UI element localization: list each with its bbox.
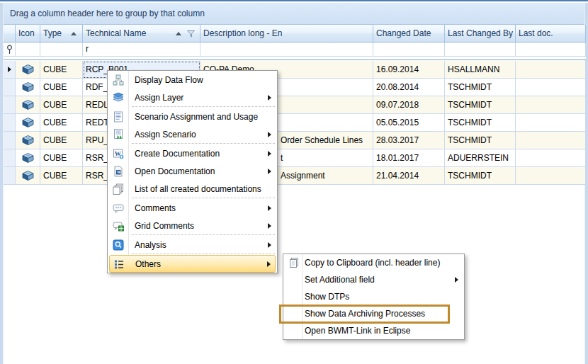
table-row[interactable]: CUBE RPU_B Order Schedule Lines 28.03.20… — [4, 132, 586, 149]
row-icon-cell[interactable] — [16, 61, 40, 79]
last-doc-cell[interactable] — [516, 79, 586, 96]
row-indicator-cell[interactable] — [4, 114, 16, 132]
header-last-doc[interactable]: Last doc. — [516, 25, 586, 42]
changed-date-cell[interactable]: 28.03.2017 — [373, 132, 445, 149]
data-rows: CUBE RCP_B001 CO-PA Demo 16.09.2014 HSAL… — [4, 61, 586, 185]
last-doc-cell[interactable] — [516, 132, 586, 149]
row-indicator-cell[interactable] — [4, 167, 16, 185]
changed-date-cell[interactable]: 20.08.2014 — [373, 79, 445, 96]
changed-date-cell[interactable]: 16.09.2014 — [373, 61, 445, 79]
row-icon-cell[interactable] — [16, 114, 40, 132]
row-indicator-cell[interactable] — [4, 79, 16, 96]
row-indicator-cell[interactable] — [4, 61, 16, 79]
row-icon-cell[interactable] — [16, 167, 40, 185]
last-changed-by-cell[interactable]: TSCHMIDT — [445, 167, 516, 185]
menu-item-grid-comments[interactable]: Grid Comments — [108, 217, 277, 234]
header-type-label: Type — [43, 28, 62, 38]
last-changed-by-cell[interactable]: TSCHMIDT — [445, 114, 516, 132]
last-doc-cell[interactable] — [516, 149, 586, 167]
last-changed-by-cell[interactable]: TSCHMIDT — [445, 79, 516, 96]
last-changed-by-cell[interactable]: TSCHMIDT — [445, 96, 516, 114]
menu-item-show-dtps[interactable]: Show DTPs — [283, 288, 464, 305]
menu-item-set-additional-field[interactable]: Set Additional field — [283, 271, 464, 288]
type-cell[interactable]: CUBE — [40, 79, 83, 96]
menu-item-label: Analysis — [135, 240, 166, 250]
row-indicator-cell[interactable] — [4, 149, 16, 167]
type-cell[interactable]: CUBE — [40, 167, 83, 185]
header-technical-name[interactable]: Technical Name — [83, 25, 200, 42]
table-row[interactable]: CUBE RSR_B Assignment 21.04.2014 TSCHMID… — [4, 167, 586, 185]
row-icon-cell[interactable] — [16, 79, 40, 96]
cube-icon — [22, 82, 34, 92]
row-icon-cell[interactable] — [16, 96, 40, 114]
submenu-arrow-icon — [455, 277, 458, 283]
row-icon-cell[interactable] — [16, 132, 40, 149]
last-changed-by-cell[interactable]: ADUERRSTEIN — [445, 149, 516, 167]
filter-description-cell[interactable] — [200, 42, 373, 57]
last-doc-cell[interactable] — [516, 61, 586, 79]
table-row[interactable]: CUBE RDF_C 20.08.2014 TSCHMIDT — [4, 79, 586, 96]
table-row[interactable]: CUBE RSR_B t 18.01.2017 ADUERRSTEIN — [4, 149, 586, 167]
funnel-icon[interactable] — [187, 30, 195, 38]
header-icon[interactable]: Icon — [16, 25, 40, 42]
changed-date-cell[interactable]: 09.07.2018 — [373, 96, 445, 114]
changed-date-cell[interactable]: 21.04.2014 — [373, 167, 445, 185]
filter-changed-date-cell[interactable] — [373, 42, 445, 57]
changed-date-cell[interactable]: 18.01.2017 — [373, 149, 445, 167]
sort-asc-icon — [176, 32, 181, 35]
others-submenu: Copy to Clipboard (incl. header line) Se… — [283, 254, 465, 340]
table-row[interactable]: CUBE REDT_ 05.05.2015 TSCHMIDT — [4, 114, 586, 132]
last-changed-by-cell[interactable]: TSCHMIDT — [445, 132, 516, 149]
group-by-panel[interactable]: Drag a column header here to group by th… — [0, 3, 588, 25]
filter-icon-cell[interactable] — [16, 42, 40, 57]
type-cell[interactable]: CUBE — [40, 96, 83, 114]
menu-item-label: List of all created documentations — [135, 184, 261, 194]
filter-last-doc-cell[interactable] — [516, 42, 586, 57]
row-indicator-cell[interactable] — [4, 96, 16, 114]
table-row[interactable]: CUBE REDL_ 09.07.2018 TSCHMIDT — [4, 96, 586, 114]
auto-filter-row: r — [4, 42, 586, 57]
last-doc-cell[interactable] — [516, 167, 586, 185]
menu-item-label: Open BWMT-Link in Eclipse — [305, 326, 410, 336]
table-row[interactable]: CUBE RCP_B001 CO-PA Demo 16.09.2014 HSAL… — [4, 61, 586, 79]
cube-icon — [22, 171, 34, 181]
menu-item-copy-to-clipboard[interactable]: Copy to Clipboard (incl. header line) — [283, 254, 464, 271]
menu-item-analysis[interactable]: Analysis — [108, 236, 277, 254]
row-icon-cell[interactable] — [16, 149, 40, 167]
header-last-changed-by[interactable]: Last Changed By — [445, 25, 516, 42]
type-cell[interactable]: CUBE — [40, 132, 83, 149]
header-type[interactable]: Type — [40, 25, 83, 42]
menu-item-label: Comments — [135, 203, 176, 213]
context-menu: Display Data Flow Assign Layer Scenario … — [107, 70, 278, 273]
menu-item-scenario-assignment[interactable]: Scenario Assignment and Usage — [108, 108, 277, 125]
last-doc-cell[interactable] — [516, 114, 586, 132]
type-cell[interactable]: CUBE — [40, 149, 83, 167]
filter-type-cell[interactable] — [40, 42, 83, 57]
menu-item-create-documentation[interactable]: W Create Documentation — [108, 144, 277, 162]
menu-item-others[interactable]: Others — [109, 255, 276, 273]
menu-item-open-bwmt-link[interactable]: Open BWMT-Link in Eclipse — [283, 322, 464, 339]
header-changed-date[interactable]: Changed Date — [373, 25, 445, 42]
menu-item-open-documentation[interactable]: W Open Documentation — [108, 162, 277, 180]
dataflow-icon — [113, 74, 124, 86]
menu-item-show-data-archiving-processes[interactable]: Show Data Archiving Processes — [283, 305, 464, 322]
submenu-arrow-icon — [267, 261, 271, 267]
row-indicator-cell[interactable] — [4, 132, 16, 149]
menu-item-assign-layer[interactable]: Assign Layer — [108, 89, 277, 106]
changed-date-cell[interactable]: 05.05.2015 — [373, 114, 445, 132]
menu-item-display-data-flow[interactable]: Display Data Flow — [108, 71, 277, 89]
layers-icon — [113, 92, 124, 103]
filter-indicator-cell — [4, 42, 16, 57]
filter-technical-name-input[interactable]: r — [83, 42, 200, 57]
last-doc-cell[interactable] — [516, 96, 586, 114]
svg-text:W: W — [117, 170, 121, 174]
header-description[interactable]: Description long - En — [200, 25, 373, 42]
menu-item-comments[interactable]: Comments — [108, 199, 277, 217]
last-changed-by-cell[interactable]: HSALLMANN — [445, 61, 516, 79]
type-cell[interactable]: CUBE — [40, 61, 83, 79]
menu-item-list-documentations[interactable]: List of all created documentations — [108, 180, 277, 198]
type-cell[interactable]: CUBE — [40, 114, 83, 132]
cube-icon — [22, 118, 34, 127]
filter-last-changed-by-cell[interactable] — [445, 42, 516, 57]
menu-item-assign-scenario[interactable]: Assign Scenario — [108, 125, 277, 143]
